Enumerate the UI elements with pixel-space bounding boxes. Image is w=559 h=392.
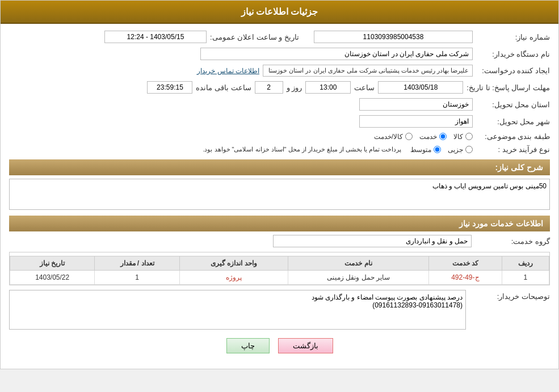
back-button[interactable]: بازگشت [278,338,333,353]
need-description-row: // Bind textarea value from JSON documen… [9,179,550,210]
contact-info-link[interactable]: اطلاعات تماس خریدار [197,67,259,75]
page-wrapper: جزئیات اطلاعات نیاز شماره نیاز: تاریخ و … [0,0,559,369]
buyer-org-label: نام دستگاه خریدار: [476,50,550,58]
requester-row: ایجاد کننده درخواست: علیرضا بهادر رئیس خ… [9,65,550,77]
col-service-code: کد خدمت [429,256,502,271]
table-row: 1 ج-49-492 سایر حمل ونقل زمینی پروژه 1 1… [10,271,549,285]
purchase-motevasset-item: متوسط [410,146,441,154]
buyer-notes-textarea[interactable] [9,290,466,330]
deadline-label: مهلت ارسال پاسخ: تا تاریخ: [466,83,550,92]
category-radio-group: کالا خدمت کالا/خدمت [374,133,473,141]
cell-unit: پروژه [179,271,288,285]
need-description-section-header: شرح کلی نیاز: [9,159,550,175]
purchase-motevasset-radio[interactable] [434,146,441,153]
deadline-time-input[interactable] [305,81,351,94]
col-date: تاریخ نیاز [10,256,95,271]
province-row: استان محل تحویل: [9,98,550,111]
purchase-type-description: پرداخت تمام یا بخشی از مبلغ خریدار از مح… [203,146,401,153]
purchase-type-label: نوع فرآیند خرید : [476,145,550,154]
days-label: روز و [287,83,302,92]
services-section-title: اطلاعات خدمات مورد نیاز [459,219,543,228]
need-number-input[interactable] [314,31,473,43]
requester-value: علیرضا بهادر رئیس خدمات پشتیبانی شرکت مل… [263,65,473,77]
cell-service-name: سایر حمل ونقل زمینی [288,271,428,285]
services-section-header: اطلاعات خدمات مورد نیاز [9,216,550,231]
category-khadamat-label: خدمت [419,133,437,141]
category-kala-label: کالا [453,133,463,141]
service-group-input[interactable] [273,235,472,247]
need-description-textarea[interactable] [9,179,550,210]
deadline-time-label: ساعت [354,83,375,92]
city-label: شهر محل تحویل: [476,117,550,126]
purchase-jozii-label: جزیی [448,146,463,154]
purchase-motevasset-label: متوسط [410,146,431,154]
category-row: طبقه بندی موضوعی: کالا خدمت کالا/خدمت [9,132,550,141]
purchase-type-radio-group: جزیی متوسط [410,146,473,154]
province-label: استان محل تحویل: [476,100,550,109]
category-kala-khadamat-radio[interactable] [405,133,413,140]
category-kala-radio[interactable] [465,133,473,140]
category-kala-item: کالا [453,133,473,141]
remaining-time-input[interactable] [147,81,192,94]
page-title: جزئیات اطلاعات نیاز [1,1,558,24]
category-khadamat-item: خدمت [419,133,447,141]
cell-date: 1403/05/22 [10,271,95,285]
services-table: ردیف کد خدمت نام خدمت واحد اندازه گیری ت… [10,256,549,285]
col-unit: واحد اندازه گیری [179,256,288,271]
services-table-container: ردیف کد خدمت نام خدمت واحد اندازه گیری ت… [9,252,550,285]
deadline-row: مهلت ارسال پاسخ: تا تاریخ: ساعت روز و سا… [9,81,550,94]
buttons-row: بازگشت چاپ [9,338,550,362]
need-description-section-title: شرح کلی نیاز: [495,163,543,172]
service-group-label: گروه خدمت: [476,237,550,246]
print-button[interactable]: چاپ [226,338,270,353]
cell-quantity: 1 [95,271,179,285]
remaining-label: ساعت باقی مانده [196,83,251,92]
col-quantity: تعداد / مقدار [95,256,179,271]
cell-row-num: 1 [502,271,549,285]
city-row: شهر محل تحویل: [9,115,550,128]
category-khadamat-radio[interactable] [439,133,447,140]
service-group-row: گروه خدمت: [9,235,550,247]
need-number-row: شماره نیاز: تاریخ و ساعت اعلان عمومی: [9,31,550,43]
days-value-input[interactable] [255,81,283,94]
col-row-num: ردیف [502,256,549,271]
col-service-name: نام خدمت [288,256,428,271]
category-kala-khadamat-item: کالا/خدمت [374,133,413,141]
purchase-jozii-item: جزیی [448,146,473,154]
buyer-org-row: نام دستگاه خریدار: [9,48,550,60]
buyer-org-input[interactable] [200,48,473,60]
category-label: طبقه بندی موضوعی: [476,132,550,141]
announce-datetime-input[interactable] [104,31,207,43]
content-area: شماره نیاز: تاریخ و ساعت اعلان عمومی: نا… [1,24,558,369]
buyer-notes-row: توصیحات خریدار: [9,290,550,330]
deadline-date-input[interactable] [378,81,463,94]
province-input[interactable] [359,98,473,111]
requester-label: ایجاد کننده درخواست: [476,66,550,75]
buyer-notes-label: توصیحات خریدار: [470,290,550,301]
need-number-label: شماره نیاز: [476,33,550,41]
purchase-type-row: نوع فرآیند خرید : جزیی متوسط پرداخت تمام… [9,145,550,154]
city-input[interactable] [359,115,473,128]
purchase-jozii-radio[interactable] [465,146,473,153]
category-kala-khadamat-label: کالا/خدمت [374,133,403,141]
cell-service-code: ج-49-492 [429,271,502,285]
announce-datetime-label: تاریخ و ساعت اعلان عمومی: [210,33,299,41]
